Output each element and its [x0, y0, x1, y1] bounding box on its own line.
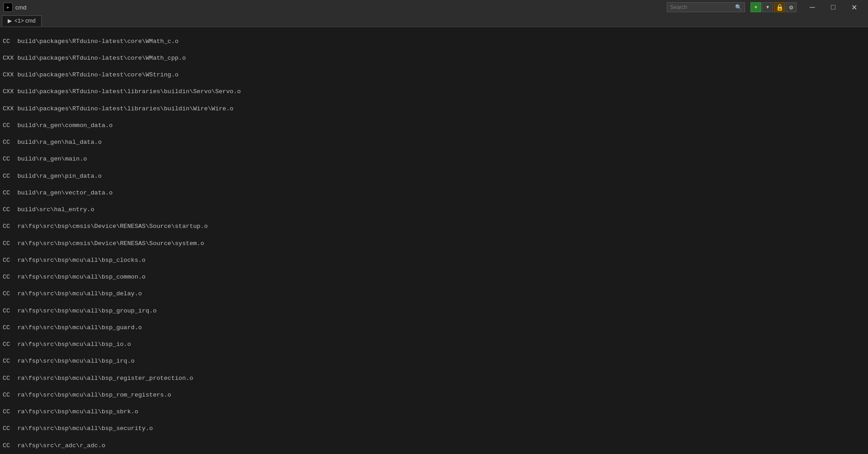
terminal-line: CXX build\packages\RTduino-latest\librar…: [3, 105, 865, 114]
terminal-line: CC ra\fsp\src\bsp\mcu\all\bsp_io.o: [3, 340, 865, 349]
terminal-line: CXX build\packages\RTduino-latest\core\W…: [3, 71, 865, 80]
window-controls: ─ □ ✕: [802, 0, 864, 14]
lock-button[interactable]: 🔒: [774, 2, 785, 12]
terminal-line: CC ra\fsp\src\bsp\mcu\all\bsp_irq.o: [3, 357, 865, 366]
terminal-line: CC ra\fsp\src\r_adc\r_adc.o: [3, 442, 865, 450]
terminal-line: CC ra\fsp\src\bsp\mcu\all\bsp_clocks.o: [3, 256, 865, 265]
terminal-line: CXX build\packages\RTduino-latest\core\W…: [3, 54, 865, 63]
terminal-line: CC ra\fsp\src\bsp\mcu\all\bsp_group_irq.…: [3, 307, 865, 316]
dropdown-button[interactable]: ▼: [762, 2, 773, 12]
terminal-line: CC ra\fsp\src\bsp\cmsis\Device\RENESAS\S…: [3, 240, 865, 248]
window-title: cmd: [15, 4, 667, 11]
tab-label: <1> cmd: [14, 18, 36, 24]
terminal-line: CC ra\fsp\src\bsp\mcu\all\bsp_register_p…: [3, 374, 865, 383]
terminal-line: CC build\ra_gen\main.o: [3, 155, 865, 164]
terminal-line: CC ra\fsp\src\bsp\mcu\all\bsp_delay.o: [3, 290, 865, 298]
maximize-button[interactable]: □: [823, 0, 844, 14]
terminal-output[interactable]: CC build\packages\RTduino-latest\core\WM…: [0, 27, 868, 454]
close-button[interactable]: ✕: [844, 0, 864, 14]
terminal-line: CC build\ra_gen\vector_data.o: [3, 189, 865, 198]
minimize-button[interactable]: ─: [802, 0, 823, 14]
terminal-line: CC ra\fsp\src\bsp\cmsis\Device\RENESAS\S…: [3, 222, 865, 231]
terminal-line: CC build\src\hal_entry.o: [3, 206, 865, 214]
terminal-line: CC build\ra_gen\hal_data.o: [3, 138, 865, 147]
terminal-line: CXX build\packages\RTduino-latest\librar…: [3, 88, 865, 96]
terminal-line: CC ra\fsp\src\bsp\mcu\all\bsp_rom_regist…: [3, 391, 865, 400]
window-icon: ▶: [4, 3, 13, 12]
search-box[interactable]: 🔍: [667, 2, 745, 12]
tab-bar: ▶ <1> cmd: [0, 14, 868, 27]
terminal-line: CC build\packages\RTduino-latest\core\WM…: [3, 38, 865, 46]
tab-icon: ▶: [8, 18, 12, 24]
cmd-window: ▶ cmd 🔍 + ▼ 🔒 ⚙ ─ □ ✕: [0, 0, 868, 454]
terminal-line: CC build\ra_gen\pin_data.o: [3, 172, 865, 181]
tab-cmd[interactable]: ▶ <1> cmd: [2, 15, 42, 26]
title-bar: ▶ cmd 🔍 + ▼ 🔒 ⚙ ─ □ ✕: [0, 0, 868, 14]
search-input[interactable]: [670, 4, 733, 10]
terminal-line: CC ra\fsp\src\bsp\mcu\all\bsp_security.o: [3, 425, 865, 433]
settings-button[interactable]: ⚙: [786, 2, 797, 12]
terminal-line: CC ra\fsp\src\bsp\mcu\all\bsp_guard.o: [3, 324, 865, 332]
add-tab-button[interactable]: +: [750, 2, 761, 12]
terminal-line: CC ra\fsp\src\bsp\mcu\all\bsp_sbrk.o: [3, 408, 865, 416]
terminal-line: CC build\ra_gen\common_data.o: [3, 122, 865, 130]
search-icon[interactable]: 🔍: [735, 4, 742, 11]
toolbar-buttons: + ▼ 🔒 ⚙: [750, 2, 797, 12]
title-bar-controls: 🔍 + ▼ 🔒 ⚙ ─ □ ✕: [667, 0, 864, 14]
terminal-line: CC ra\fsp\src\bsp\mcu\all\bsp_common.o: [3, 273, 865, 282]
